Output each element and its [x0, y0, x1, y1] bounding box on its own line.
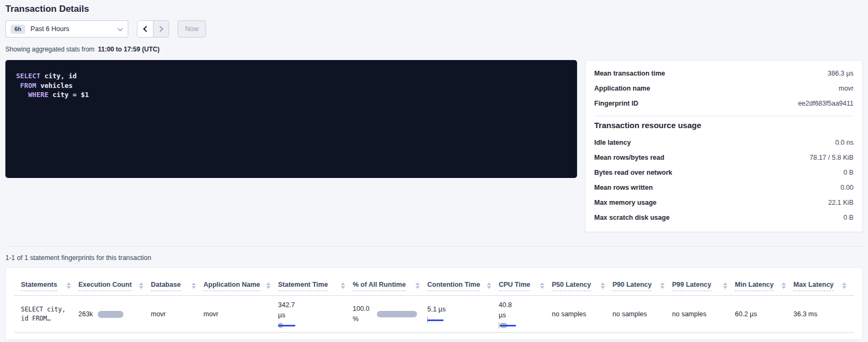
- column-label: Execution Count: [78, 281, 132, 291]
- cell-p50-latency: no samples: [552, 306, 612, 322]
- column-header-p99-latency[interactable]: P99 Latency: [672, 273, 735, 295]
- detail-row: Fingerprint IDee2df683f5aa9411: [594, 96, 854, 111]
- column-header-p50-latency[interactable]: P50 Latency: [552, 273, 612, 295]
- sql-text: city, id: [40, 72, 77, 80]
- sort-icon: [266, 282, 271, 289]
- sort-up-arrow: [660, 282, 665, 285]
- column-label: Application Name: [203, 281, 260, 291]
- sort-icon: [842, 282, 847, 289]
- sort-up-arrow: [341, 282, 345, 285]
- next-interval-button[interactable]: [153, 21, 169, 37]
- detail-value: movr: [838, 85, 854, 92]
- detail-label: Fingerprint ID: [594, 100, 638, 107]
- sort-icon: [601, 282, 605, 289]
- statement-time-bar-chart: [278, 323, 296, 328]
- detail-label: Mean rows written: [594, 184, 653, 191]
- column-label: Max Latency: [793, 281, 834, 291]
- detail-row: Max memory usage22.1 KiB: [594, 195, 854, 210]
- detail-label: Bytes read over network: [594, 169, 672, 176]
- detail-value: ee2df683f5aa9411: [798, 100, 854, 107]
- sort-up-arrow: [67, 282, 71, 285]
- sort-down-arrow: [341, 286, 345, 289]
- detail-label: Mean rows/bytes read: [594, 154, 665, 161]
- time-range-label: Past 6 Hours: [31, 25, 69, 33]
- sort-down-arrow: [660, 286, 665, 289]
- column-header-database[interactable]: Database: [151, 273, 203, 295]
- column-header-cpu-time[interactable]: CPU Time: [499, 273, 552, 295]
- sql-keyword: WHERE: [28, 91, 49, 99]
- aggregated-stats-summary: Showing aggregated stats from 11:00 to 1…: [5, 46, 863, 53]
- detail-row: Max scratch disk usage0 B: [594, 210, 854, 225]
- sort-icon: [540, 282, 544, 289]
- sort-down-arrow: [266, 286, 271, 289]
- chevron-down-icon: [118, 26, 123, 31]
- column-label: P50 Latency: [552, 281, 591, 291]
- cell-execution-count: 263k: [78, 306, 151, 322]
- sql-code: SELECT city, id FROM vehicles WHERE city…: [16, 71, 566, 100]
- column-header-p90-latency[interactable]: P90 Latency: [612, 273, 672, 295]
- statement-fingerprints-summary: 1-1 of 1 statement fingerprints for this…: [5, 254, 863, 262]
- sort-icon: [660, 282, 665, 289]
- column-label: CPU Time: [499, 281, 530, 291]
- detail-label: Mean transaction time: [594, 70, 665, 77]
- page-title: Transaction Details: [5, 0, 863, 14]
- sort-icon: [415, 282, 420, 289]
- sql-line: SELECT city, id: [16, 71, 566, 81]
- sort-up-arrow: [842, 282, 847, 285]
- cpu-time-bar-chart: [499, 323, 517, 328]
- column-header-of-all-runtime[interactable]: % of All Runtime: [353, 273, 427, 295]
- detail-row: Mean rows/bytes read78.17 / 5.8 KiB: [594, 150, 854, 165]
- column-header-statements[interactable]: Statements: [21, 273, 78, 295]
- column-label: P90 Latency: [612, 281, 652, 291]
- cell-runtime-pct: 100.0 %: [353, 300, 427, 329]
- column-label: Statements: [21, 281, 57, 291]
- statement-link[interactable]: SELECT city, id FROM…: [21, 305, 71, 323]
- detail-value: 0.00: [841, 184, 854, 191]
- column-label: Statement Time: [278, 281, 328, 291]
- stats-summary-prefix: Showing aggregated stats from: [5, 46, 94, 53]
- column-header-application-name[interactable]: Application Name: [203, 273, 278, 295]
- sql-keyword: SELECT: [16, 72, 40, 80]
- cell-database: movr: [151, 306, 203, 322]
- sort-down-arrow: [192, 286, 196, 289]
- sql-line: FROM vehicles: [16, 81, 566, 91]
- main-split: SELECT city, id FROM vehicles WHERE city…: [5, 60, 863, 232]
- column-label: P99 Latency: [672, 281, 711, 291]
- cell-max-latency: 36.3 ms: [793, 306, 854, 322]
- sql-text: vehicles: [37, 81, 73, 90]
- now-button[interactable]: Now: [178, 20, 206, 38]
- detail-row: Application namemovr: [594, 81, 854, 96]
- cell-min-latency: 60.2 µs: [735, 306, 793, 322]
- column-header-contention-time[interactable]: Contention Time: [427, 273, 499, 295]
- previous-interval-button[interactable]: [137, 21, 153, 37]
- sort-icon: [67, 282, 71, 289]
- transaction-details-card: Mean transaction time386.3 µsApplication…: [585, 60, 863, 232]
- sort-down-arrow: [487, 286, 491, 289]
- sort-up-arrow: [192, 282, 196, 285]
- cell-application-name: movr: [203, 306, 278, 322]
- column-header-max-latency[interactable]: Max Latency: [793, 273, 854, 295]
- runtime-pct-bar: [377, 311, 417, 317]
- card-divider: [594, 116, 854, 116]
- column-header-statement-time[interactable]: Statement Time: [278, 273, 353, 295]
- detail-row: Bytes read over network0 B: [594, 165, 854, 180]
- sort-up-arrow: [487, 282, 491, 285]
- time-range-dropdown[interactable]: 6h Past 6 Hours: [5, 20, 128, 38]
- cell-contention-time: 5.1 µs: [427, 301, 499, 327]
- statements-table-card: StatementsExecution CountDatabaseApplica…: [5, 267, 863, 340]
- detail-row: Idle latency0.0 ns: [594, 135, 854, 150]
- sort-icon: [192, 282, 196, 289]
- column-header-execution-count[interactable]: Execution Count: [78, 273, 151, 295]
- sort-up-arrow: [540, 282, 544, 285]
- sort-icon: [487, 282, 491, 289]
- sort-icon: [782, 282, 786, 289]
- column-header-min-latency[interactable]: Min Latency: [735, 273, 793, 295]
- cell-statement-time: 342.7 µs: [278, 296, 353, 332]
- sort-down-arrow: [782, 286, 786, 289]
- sql-text: [16, 81, 20, 90]
- column-label: Contention Time: [427, 281, 480, 291]
- cell-statements[interactable]: SELECT city, id FROM…: [21, 301, 78, 328]
- section-divider: [5, 246, 863, 247]
- execution-count-bar: [98, 311, 123, 318]
- detail-label: Idle latency: [594, 139, 631, 146]
